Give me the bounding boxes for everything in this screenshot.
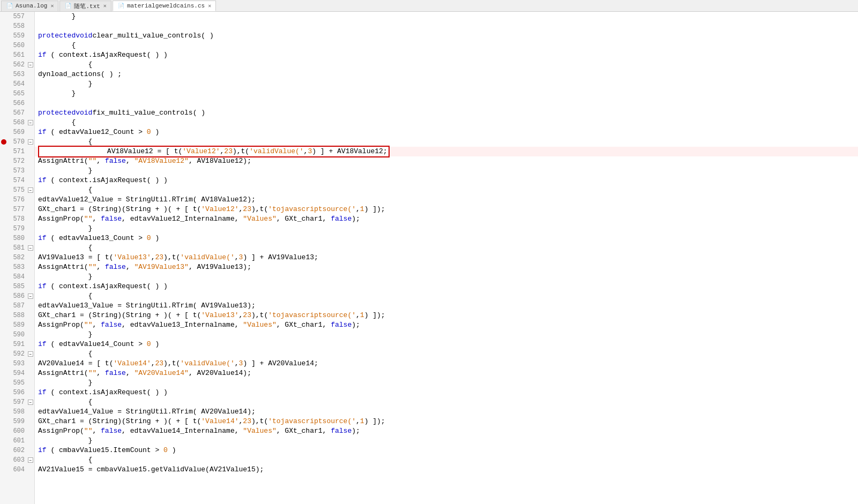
code-line: if ( edtavValue12_Count > 0 ) <box>35 127 858 137</box>
code-line: } <box>35 12 858 21</box>
gutter: 557558559560561562−563564565566567568−56… <box>0 12 35 504</box>
code-line: AssignProp("", false, edtavValue14_Inter… <box>35 426 858 436</box>
line-number: 589 <box>8 321 27 329</box>
gutter-row: 557 <box>0 12 34 21</box>
gutter-row: 559 <box>0 31 34 41</box>
code-line: } <box>35 79 858 89</box>
line-number: 565 <box>8 90 27 97</box>
gutter-row: 594 <box>0 368 34 378</box>
gutter-row: 584 <box>0 272 34 282</box>
fold-area[interactable]: − <box>27 457 34 463</box>
fold-area[interactable]: − <box>27 294 34 299</box>
fold-indicator[interactable]: − <box>28 400 33 405</box>
fold-area[interactable]: − <box>27 62 34 67</box>
code-line: if ( context.isAjaxRequest( ) ) <box>35 50 858 60</box>
line-number: 599 <box>8 418 27 425</box>
gutter-row: 579 <box>0 224 34 234</box>
fold-indicator[interactable]: − <box>28 62 33 67</box>
gutter-row: 590 <box>0 330 34 340</box>
fold-indicator[interactable]: − <box>28 120 33 125</box>
line-number: 588 <box>8 312 27 319</box>
code-line: if ( context.isAjaxRequest( ) ) <box>35 176 858 185</box>
line-number: 562 <box>8 61 27 69</box>
tab-close-notes[interactable]: ✕ <box>103 3 107 9</box>
line-number: 580 <box>8 235 27 242</box>
line-number: 570 <box>8 138 27 146</box>
fold-area[interactable]: − <box>27 245 34 251</box>
gutter-row: 562− <box>0 60 34 70</box>
line-number: 584 <box>8 273 27 281</box>
gutter-row: 566 <box>0 99 34 108</box>
gutter-row: 603− <box>0 455 34 465</box>
line-number: 595 <box>8 379 27 387</box>
gutter-row: 561 <box>0 50 34 60</box>
line-number: 575 <box>8 186 27 194</box>
code-line: { <box>35 60 858 70</box>
fold-area[interactable]: − <box>27 120 34 125</box>
code-line: AV20Value14 = [ t('Value14',23),t('valid… <box>35 359 858 368</box>
code-line: protected void fix_multi_value_controls(… <box>35 108 858 118</box>
tab-close-asuna[interactable]: ✕ <box>50 3 54 9</box>
fold-indicator[interactable]: − <box>28 351 33 357</box>
file-icon-2: 📄 <box>64 2 72 10</box>
code-area[interactable]: } protected void clear_multi_value_contr… <box>35 12 858 504</box>
code-line: if ( context.isAjaxRequest( ) ) <box>35 388 858 397</box>
fold-area[interactable]: − <box>27 139 34 145</box>
fold-area[interactable]: − <box>27 400 34 405</box>
line-number: 564 <box>8 80 27 88</box>
gutter-row: 585 <box>0 282 34 291</box>
gutter-row: 580 <box>0 234 34 243</box>
tab-close-material[interactable]: ✕ <box>208 3 211 9</box>
code-line: { <box>35 185 858 195</box>
gutter-row: 604 <box>0 465 34 475</box>
breakpoint-dot <box>1 139 6 145</box>
gutter-row: 583 <box>0 262 34 272</box>
editor-root: 📄 Asuna.log ✕ 📄 随笔.txt ✕ 📄 materialgewel… <box>0 0 858 504</box>
line-number: 598 <box>8 408 27 416</box>
code-container: 557558559560561562−563564565566567568−56… <box>0 12 858 504</box>
fold-indicator[interactable]: − <box>28 457 33 463</box>
gutter-row: 588 <box>0 311 34 320</box>
bp-area[interactable] <box>0 137 8 147</box>
fold-indicator[interactable]: − <box>28 294 33 299</box>
code-line: { <box>35 455 858 465</box>
line-number: 592 <box>8 350 27 358</box>
fold-indicator[interactable]: − <box>28 245 33 251</box>
gutter-row: 586− <box>0 291 34 301</box>
line-number: 561 <box>8 51 27 59</box>
fold-indicator[interactable]: − <box>28 187 33 193</box>
code-line: if ( edtavValue14_Count > 0 ) <box>35 340 858 349</box>
tab-notes[interactable]: 📄 随笔.txt ✕ <box>59 1 111 11</box>
line-number: 594 <box>8 370 27 377</box>
file-icon: 📄 <box>6 2 13 10</box>
line-number: 573 <box>8 167 27 175</box>
line-number: 603 <box>8 456 27 464</box>
gutter-row: 574 <box>0 176 34 185</box>
fold-area[interactable]: − <box>27 187 34 193</box>
code-line: } <box>35 166 858 176</box>
line-number: 577 <box>8 206 27 213</box>
tab-asuna-log[interactable]: 📄 Asuna.log ✕ <box>1 1 58 11</box>
code-line: } <box>35 330 858 340</box>
tab-material[interactable]: 📄 materialgeweldcains.cs ✕ <box>113 1 216 11</box>
fold-area[interactable]: − <box>27 351 34 357</box>
gutter-row: 563 <box>0 70 34 79</box>
fold-indicator[interactable]: − <box>28 139 33 145</box>
line-number: 567 <box>8 109 27 117</box>
line-number: 576 <box>8 196 27 204</box>
code-line: edtavValue12_Value = StringUtil.RTrim( A… <box>35 195 858 205</box>
line-number: 583 <box>8 264 27 271</box>
code-line: if ( edtavValue13_Count > 0 ) <box>35 234 858 243</box>
gutter-row: 587 <box>0 301 34 311</box>
line-number: 557 <box>8 13 27 20</box>
tab-label-notes: 随笔.txt <box>74 2 100 10</box>
line-number: 586 <box>8 292 27 300</box>
gutter-row: 582 <box>0 253 34 262</box>
gutter-row: 567 <box>0 108 34 118</box>
line-number: 585 <box>8 283 27 290</box>
gutter-row: 572 <box>0 156 34 166</box>
code-line: AssignProp("", false, edtavValue12_Inter… <box>35 214 858 224</box>
code-line: { <box>35 349 858 359</box>
code-line: AssignAttri("", false, "AV20Value14", AV… <box>35 368 858 378</box>
gutter-row: 558 <box>0 21 34 31</box>
